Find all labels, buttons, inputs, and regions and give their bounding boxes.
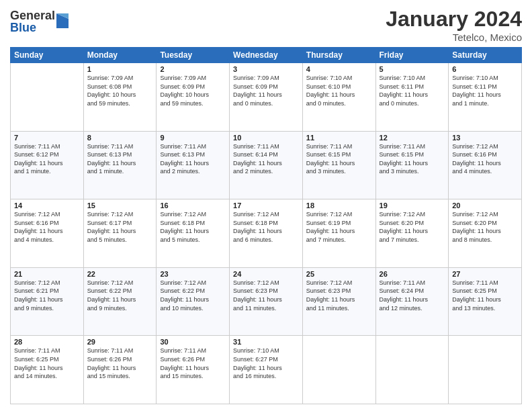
day-info: Sunrise: 7:12 AM Sunset: 6:23 PM Dayligh… (233, 279, 299, 312)
day-number: 2 (160, 65, 226, 73)
day-info: Sunrise: 7:12 AM Sunset: 6:21 PM Dayligh… (14, 279, 80, 312)
day-number: 7 (14, 134, 80, 142)
calendar-cell: 6Sunrise: 7:10 AM Sunset: 6:11 PM Daylig… (449, 63, 522, 132)
day-info: Sunrise: 7:11 AM Sunset: 6:13 PM Dayligh… (160, 142, 226, 176)
day-info: Sunrise: 7:11 AM Sunset: 6:25 PM Dayligh… (14, 347, 80, 380)
day-info: Sunrise: 7:12 AM Sunset: 6:17 PM Dayligh… (87, 210, 153, 244)
calendar-cell: 12Sunrise: 7:11 AM Sunset: 6:15 PM Dayli… (375, 131, 449, 199)
calendar-cell: 30Sunrise: 7:11 AM Sunset: 6:26 PM Dayli… (157, 336, 230, 404)
day-number: 30 (160, 338, 226, 346)
calendar-cell: 26Sunrise: 7:11 AM Sunset: 6:24 PM Dayli… (375, 267, 449, 336)
day-info: Sunrise: 7:11 AM Sunset: 6:24 PM Dayligh… (380, 279, 445, 312)
day-info: Sunrise: 7:10 AM Sunset: 6:27 PM Dayligh… (233, 347, 299, 380)
calendar-table: SundayMondayTuesdayWednesdayThursdayFrid… (10, 47, 522, 404)
calendar-cell: 1Sunrise: 7:09 AM Sunset: 6:08 PM Daylig… (83, 63, 157, 132)
calendar-header-friday: Friday (375, 48, 449, 63)
calendar-cell: 19Sunrise: 7:12 AM Sunset: 6:20 PM Dayli… (375, 199, 449, 268)
page: General Blue January 2024 Tetelco, Mexic… (0, 0, 532, 411)
logo: General Blue (10, 9, 69, 34)
day-info: Sunrise: 7:11 AM Sunset: 6:26 PM Dayligh… (87, 347, 153, 380)
day-number: 5 (380, 65, 445, 73)
day-info: Sunrise: 7:09 AM Sunset: 6:09 PM Dayligh… (160, 74, 226, 107)
day-number: 24 (233, 270, 299, 278)
day-number: 23 (160, 270, 226, 278)
calendar-cell: 16Sunrise: 7:12 AM Sunset: 6:18 PM Dayli… (157, 199, 230, 268)
day-info: Sunrise: 7:12 AM Sunset: 6:22 PM Dayligh… (160, 279, 226, 312)
calendar-cell: 27Sunrise: 7:11 AM Sunset: 6:25 PM Dayli… (449, 267, 522, 336)
day-info: Sunrise: 7:12 AM Sunset: 6:23 PM Dayligh… (306, 279, 372, 312)
day-number: 14 (14, 201, 80, 210)
calendar-cell: 25Sunrise: 7:12 AM Sunset: 6:23 PM Dayli… (302, 267, 375, 336)
day-number: 29 (87, 338, 153, 346)
day-number: 3 (233, 65, 299, 73)
day-info: Sunrise: 7:12 AM Sunset: 6:20 PM Dayligh… (452, 210, 518, 244)
calendar-header-monday: Monday (83, 48, 157, 63)
header: General Blue January 2024 Tetelco, Mexic… (10, 7, 522, 43)
day-info: Sunrise: 7:11 AM Sunset: 6:12 PM Dayligh… (14, 142, 80, 176)
calendar-cell: 20Sunrise: 7:12 AM Sunset: 6:20 PM Dayli… (449, 199, 522, 268)
calendar-cell: 7Sunrise: 7:11 AM Sunset: 6:12 PM Daylig… (11, 131, 84, 199)
calendar-cell: 4Sunrise: 7:10 AM Sunset: 6:10 PM Daylig… (302, 63, 375, 132)
calendar-header-sunday: Sunday (11, 48, 84, 63)
day-info: Sunrise: 7:12 AM Sunset: 6:16 PM Dayligh… (452, 142, 518, 176)
calendar-cell: 14Sunrise: 7:12 AM Sunset: 6:16 PM Dayli… (11, 199, 84, 268)
calendar-cell: 17Sunrise: 7:12 AM Sunset: 6:18 PM Dayli… (230, 199, 303, 268)
day-number: 9 (160, 134, 226, 142)
day-info: Sunrise: 7:11 AM Sunset: 6:15 PM Dayligh… (306, 142, 372, 176)
day-info: Sunrise: 7:12 AM Sunset: 6:19 PM Dayligh… (306, 210, 372, 244)
title-section: January 2024 Tetelco, Mexico (386, 7, 522, 43)
day-info: Sunrise: 7:10 AM Sunset: 6:10 PM Dayligh… (306, 74, 372, 107)
day-info: Sunrise: 7:10 AM Sunset: 6:11 PM Dayligh… (380, 74, 445, 107)
day-info: Sunrise: 7:10 AM Sunset: 6:11 PM Dayligh… (452, 74, 518, 107)
calendar-week-row: 7Sunrise: 7:11 AM Sunset: 6:12 PM Daylig… (11, 131, 522, 199)
day-info: Sunrise: 7:11 AM Sunset: 6:26 PM Dayligh… (160, 347, 226, 380)
calendar-cell: 13Sunrise: 7:12 AM Sunset: 6:16 PM Dayli… (449, 131, 522, 199)
day-number: 19 (380, 201, 445, 210)
calendar-cell: 10Sunrise: 7:11 AM Sunset: 6:14 PM Dayli… (230, 131, 303, 199)
calendar-cell (449, 336, 522, 404)
day-info: Sunrise: 7:12 AM Sunset: 6:16 PM Dayligh… (14, 210, 80, 244)
day-number: 28 (14, 338, 80, 346)
logo-text: General Blue (10, 9, 55, 34)
day-number: 11 (306, 134, 372, 142)
calendar-cell: 29Sunrise: 7:11 AM Sunset: 6:26 PM Dayli… (83, 336, 157, 404)
day-number: 12 (380, 134, 445, 142)
calendar-week-row: 21Sunrise: 7:12 AM Sunset: 6:21 PM Dayli… (11, 267, 522, 336)
day-number: 6 (452, 65, 518, 73)
calendar-header-row: SundayMondayTuesdayWednesdayThursdayFrid… (11, 48, 522, 63)
day-info: Sunrise: 7:11 AM Sunset: 6:14 PM Dayligh… (233, 142, 299, 176)
calendar-cell: 9Sunrise: 7:11 AM Sunset: 6:13 PM Daylig… (157, 131, 230, 199)
day-number: 15 (87, 201, 153, 210)
day-number: 8 (87, 134, 153, 142)
day-info: Sunrise: 7:12 AM Sunset: 6:18 PM Dayligh… (233, 210, 299, 244)
calendar-cell: 3Sunrise: 7:09 AM Sunset: 6:09 PM Daylig… (230, 63, 303, 132)
day-number: 13 (452, 134, 518, 142)
day-info: Sunrise: 7:11 AM Sunset: 6:25 PM Dayligh… (452, 279, 518, 312)
day-info: Sunrise: 7:12 AM Sunset: 6:20 PM Dayligh… (380, 210, 445, 244)
logo-icon (56, 13, 69, 28)
day-number: 18 (306, 201, 372, 210)
day-number: 21 (14, 270, 80, 278)
day-info: Sunrise: 7:11 AM Sunset: 6:15 PM Dayligh… (380, 142, 445, 176)
day-info: Sunrise: 7:12 AM Sunset: 6:18 PM Dayligh… (160, 210, 226, 244)
day-number: 4 (306, 65, 372, 73)
calendar-week-row: 28Sunrise: 7:11 AM Sunset: 6:25 PM Dayli… (11, 336, 522, 404)
calendar-week-row: 1Sunrise: 7:09 AM Sunset: 6:08 PM Daylig… (11, 63, 522, 132)
day-number: 17 (233, 201, 299, 210)
calendar-week-row: 14Sunrise: 7:12 AM Sunset: 6:16 PM Dayli… (11, 199, 522, 268)
calendar-cell (375, 336, 449, 404)
logo-general: General (10, 9, 55, 21)
calendar-cell: 22Sunrise: 7:12 AM Sunset: 6:22 PM Dayli… (83, 267, 157, 336)
calendar-cell: 21Sunrise: 7:12 AM Sunset: 6:21 PM Dayli… (11, 267, 84, 336)
calendar-cell: 23Sunrise: 7:12 AM Sunset: 6:22 PM Dayli… (157, 267, 230, 336)
calendar-cell: 2Sunrise: 7:09 AM Sunset: 6:09 PM Daylig… (157, 63, 230, 132)
day-info: Sunrise: 7:12 AM Sunset: 6:22 PM Dayligh… (87, 279, 153, 312)
calendar-header-saturday: Saturday (449, 48, 522, 63)
calendar-cell (11, 63, 84, 132)
calendar-cell: 28Sunrise: 7:11 AM Sunset: 6:25 PM Dayli… (11, 336, 84, 404)
calendar-cell (302, 336, 375, 404)
day-info: Sunrise: 7:09 AM Sunset: 6:09 PM Dayligh… (233, 74, 299, 107)
subtitle: Tetelco, Mexico (386, 32, 522, 43)
month-title: January 2024 (386, 7, 522, 32)
day-info: Sunrise: 7:09 AM Sunset: 6:08 PM Dayligh… (87, 74, 153, 107)
